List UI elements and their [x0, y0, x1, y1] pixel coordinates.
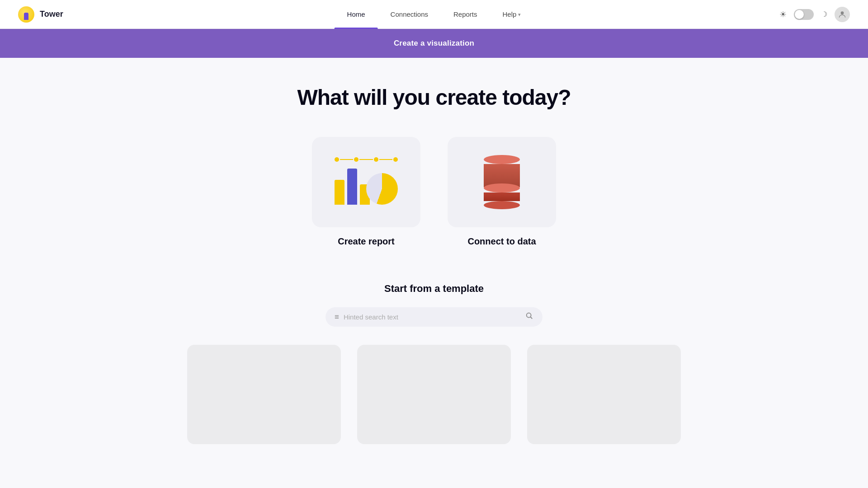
navbar-right: ☀ ☽ [779, 7, 850, 22]
search-bar: ≡ Hinted search text [326, 307, 542, 327]
create-report-card[interactable]: Create report [312, 137, 420, 247]
dot3 [374, 157, 378, 162]
bar1 [335, 180, 344, 205]
bar2 [347, 169, 357, 205]
app-name: Tower [40, 9, 63, 19]
pie-circle [366, 173, 398, 205]
dot2 [354, 157, 359, 162]
chevron-down-icon: ▾ [518, 12, 521, 18]
template-card-1[interactable] [187, 345, 341, 444]
dot1 [335, 157, 339, 162]
db-mid [484, 183, 520, 192]
nav-home[interactable]: Home [335, 0, 378, 29]
database-icon [479, 155, 524, 209]
search-icon[interactable] [525, 312, 533, 322]
dot-line3 [379, 159, 392, 160]
user-avatar[interactable] [835, 7, 850, 22]
template-cards [187, 345, 681, 444]
svg-point-1 [527, 313, 531, 318]
template-section: Start from a template ≡ Hinted search te… [0, 283, 868, 444]
logo-icon [18, 6, 34, 23]
main-content: What will you create today? [0, 58, 868, 471]
banner: Create a visualization [0, 29, 868, 58]
db-bottom-body [484, 192, 520, 201]
connect-data-image [448, 137, 556, 227]
svg-point-0 [841, 11, 844, 14]
create-report-image [312, 137, 420, 227]
dot4 [393, 157, 398, 162]
svg-line-2 [530, 317, 532, 319]
db-bottom-cap [484, 201, 520, 209]
db-top [484, 155, 520, 164]
sun-icon: ☀ [779, 9, 787, 19]
banner-text: Create a visualization [394, 39, 474, 47]
brand: Tower [18, 6, 63, 23]
dot-line2 [359, 159, 373, 160]
navbar: Tower Home Connections Reports Help ▾ ☀ … [0, 0, 868, 29]
nav-connections[interactable]: Connections [378, 0, 441, 29]
create-report-label: Create report [338, 236, 395, 247]
template-card-3[interactable] [527, 345, 681, 444]
page-title: What will you create today? [297, 85, 571, 110]
moon-icon: ☽ [821, 10, 827, 19]
toggle-knob [795, 10, 804, 19]
template-card-2[interactable] [357, 345, 511, 444]
pie-chart [366, 173, 398, 205]
template-title: Start from a template [384, 283, 484, 295]
filter-icon[interactable]: ≡ [335, 313, 339, 322]
dot-line1 [340, 159, 353, 160]
nav-help[interactable]: Help ▾ [490, 0, 534, 29]
nav-reports[interactable]: Reports [441, 0, 490, 29]
connect-data-card[interactable]: Connect to data [448, 137, 556, 247]
theme-toggle[interactable] [794, 9, 814, 20]
action-cards: Create report Connect to data [312, 137, 556, 247]
nav-center: Home Connections Reports Help ▾ [335, 0, 534, 29]
connect-data-label: Connect to data [467, 236, 536, 247]
chart-icon [335, 155, 398, 209]
search-input[interactable]: Hinted search text [344, 313, 521, 321]
